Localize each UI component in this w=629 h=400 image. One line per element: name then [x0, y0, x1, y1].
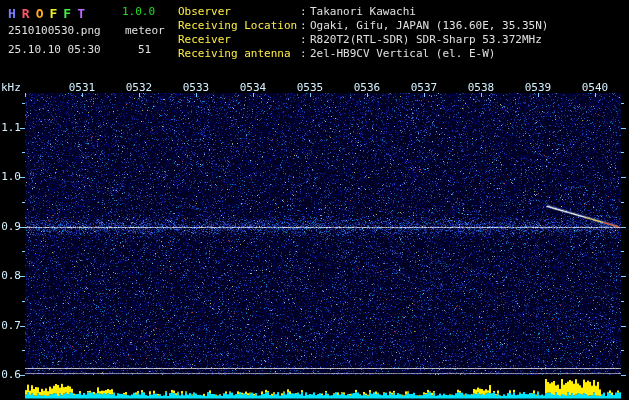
file-name-label: 2510100530.png: [8, 24, 101, 37]
freq-axis-label: 0.7: [0, 319, 21, 332]
time-axis-label: 0538: [464, 81, 498, 94]
info-label: Receiving Location: [178, 19, 297, 32]
logo-letter: O: [36, 6, 44, 21]
info-label: Observer: [178, 5, 231, 18]
spectrogram-canvas: [0, 0, 629, 400]
time-axis-label: 0534: [236, 81, 270, 94]
info-label: Receiving antenna: [178, 47, 291, 60]
hrofft-output-image: HROFFT 1.0.0 2510100530.png meteor 25.10…: [0, 0, 629, 400]
time-axis-label: 0536: [350, 81, 384, 94]
freq-axis-label: 0.6: [0, 368, 21, 381]
freq-unit-label: kHz: [1, 81, 21, 94]
info-colon: :: [300, 19, 307, 32]
logo-letter: R: [22, 6, 30, 21]
freq-axis-label: 0.8: [0, 269, 21, 282]
time-axis-label: 0533: [179, 81, 213, 94]
freq-axis-label: 0.9: [0, 220, 21, 233]
info-value: Ogaki, Gifu, JAPAN (136.60E, 35.35N): [310, 19, 548, 32]
time-axis-label: 0539: [521, 81, 555, 94]
echo-count-label: 51: [138, 43, 151, 56]
info-value: 2el-HB9CV Vertical (el. E-W): [310, 47, 495, 60]
info-colon: :: [300, 47, 307, 60]
info-value: Takanori Kawachi: [310, 5, 416, 18]
app-version-label: 1.0.0: [122, 5, 155, 18]
time-axis-label: 0535: [293, 81, 327, 94]
logo-letter: H: [8, 6, 16, 21]
datetime-label: 25.10.10 05:30: [8, 43, 101, 56]
info-value: R820T2(RTL-SDR) SDR-Sharp 53.372MHz: [310, 33, 542, 46]
time-axis-label: 0540: [578, 81, 612, 94]
logo-letter: T: [77, 6, 85, 21]
logo-letter: F: [63, 6, 71, 21]
mode-label: meteor: [125, 24, 165, 37]
app-logo: HROFFT: [8, 3, 91, 22]
time-axis-label: 0537: [407, 81, 441, 94]
time-axis-label: 0531: [65, 81, 99, 94]
logo-letter: F: [49, 6, 57, 21]
info-label: Receiver: [178, 33, 231, 46]
time-axis-label: 0532: [122, 81, 156, 94]
freq-axis-label: 1.1: [0, 121, 21, 134]
info-colon: :: [300, 33, 307, 46]
info-colon: :: [300, 5, 307, 18]
freq-axis-label: 1.0: [0, 170, 21, 183]
